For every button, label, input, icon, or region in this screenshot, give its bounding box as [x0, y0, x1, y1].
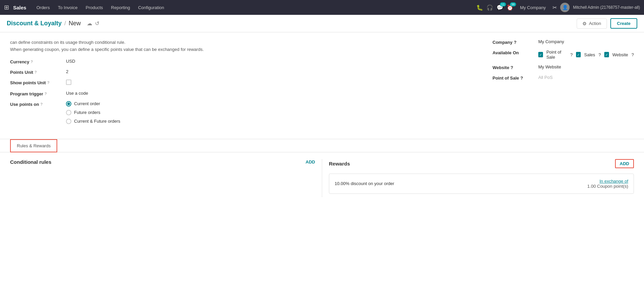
company-name[interactable]: My Company: [520, 5, 546, 10]
tabs-section: Rules & Rewards: [0, 139, 644, 152]
radio-circle-both: [66, 119, 71, 124]
nav-reporting[interactable]: Reporting: [108, 4, 133, 11]
gear-icon: ⚙: [582, 21, 587, 26]
show-points-checkbox-box[interactable]: [66, 80, 71, 85]
reward-card-text: 10.00% discount on your order: [335, 181, 394, 186]
conditional-rules-title: Conditional rules: [10, 159, 52, 165]
nav-to-invoice[interactable]: To Invoice: [55, 4, 81, 11]
bug-icon[interactable]: 🐛: [476, 4, 483, 11]
point-of-sale-help-icon[interactable]: ?: [520, 76, 523, 81]
use-points-label: Use points on ?: [10, 101, 61, 107]
form-right: Company ? My Company Available On ✓ Poin…: [493, 39, 634, 129]
points-unit-value[interactable]: 2: [66, 69, 479, 74]
form-left: can define constraints on its usage thro…: [10, 39, 479, 129]
website-label: Website: [612, 52, 628, 57]
conditional-rules-panel: Conditional rules ADD: [10, 159, 322, 197]
program-trigger-value[interactable]: Use a code: [66, 91, 479, 96]
show-points-field-row: Show points Unit ?: [10, 80, 479, 86]
radio-current-future-orders[interactable]: Current & Future orders: [66, 119, 479, 124]
rewards-header: Rewards ADD: [329, 159, 634, 168]
headset-icon[interactable]: 🎧: [486, 4, 493, 11]
radio-group: Current order Future orders Current & Fu…: [66, 101, 479, 124]
available-on-label: Available On: [493, 50, 533, 55]
clock-icon[interactable]: ⏰ 38: [507, 4, 513, 11]
sales-checkbox[interactable]: ✓: [576, 52, 581, 57]
create-button[interactable]: Create: [610, 18, 637, 29]
breadcrumb: Discount & Loyalty / New: [7, 20, 81, 27]
conditional-rules-add-button[interactable]: ADD: [306, 159, 315, 164]
website-field-label: Website ?: [493, 64, 533, 70]
rewards-panel: Rewards ADD 10.00% discount on your orde…: [322, 159, 634, 197]
reward-exchange-pts: 1.00 Coupon point(s): [587, 184, 628, 189]
currency-field-row: Currency ? USD: [10, 59, 479, 64]
program-trigger-field-row: Program trigger ? Use a code: [10, 91, 479, 96]
conditional-rules-empty: [10, 170, 315, 197]
radio-current-order[interactable]: Current order: [66, 101, 479, 107]
app-name[interactable]: Sales: [13, 5, 26, 10]
breadcrumb-current: New: [69, 20, 81, 27]
sales-label: Sales: [584, 52, 595, 57]
cloud-upload-icon[interactable]: ☁: [87, 20, 92, 27]
show-points-help-icon[interactable]: ?: [47, 81, 49, 85]
use-points-value: Current order Future orders Current & Fu…: [66, 101, 479, 124]
nav-configuration[interactable]: Configuration: [135, 4, 167, 11]
reward-card[interactable]: 10.00% discount on your order In exchang…: [329, 174, 634, 194]
chat-icon[interactable]: 💬 11: [497, 4, 503, 11]
conditional-rules-header: Conditional rules ADD: [10, 159, 315, 165]
reward-exchange-link[interactable]: In exchange of: [587, 179, 628, 184]
company-label: Company ?: [493, 39, 533, 45]
chat-badge: 11: [500, 2, 506, 6]
reward-exchange: In exchange of 1.00 Coupon point(s): [587, 179, 628, 189]
main-content: can define constraints on its usage thro…: [0, 32, 644, 301]
top-navigation: ⊞ Sales Orders To Invoice Products Repor…: [0, 0, 644, 15]
sub-header: Discount & Loyalty / New ☁ ↺ ⚙ Action Cr…: [0, 15, 644, 32]
rewards-title: Rewards: [329, 161, 350, 167]
rewards-add-button[interactable]: ADD: [615, 159, 634, 168]
points-unit-label: Points Unit ?: [10, 69, 61, 75]
apps-grid-icon[interactable]: ⊞: [4, 4, 9, 11]
pos-checkbox[interactable]: ✓: [538, 52, 543, 57]
action-button[interactable]: ⚙ Action: [577, 19, 607, 29]
avatar[interactable]: 👤: [560, 3, 570, 12]
description-text: can define constraints on its usage thro…: [10, 39, 479, 53]
radio-circle-current: [66, 101, 71, 107]
points-unit-help-icon[interactable]: ?: [35, 70, 37, 74]
settings-icon[interactable]: ✂: [552, 4, 557, 11]
radio-circle-future: [66, 110, 71, 115]
show-points-checkbox[interactable]: [66, 80, 479, 86]
tab-rules-rewards[interactable]: Rules & Rewards: [10, 139, 57, 152]
show-points-label: Show points Unit ?: [10, 80, 61, 85]
company-field-row: Company ? My Company: [493, 39, 634, 45]
program-trigger-help-icon[interactable]: ?: [44, 92, 47, 96]
website-value[interactable]: My Website: [538, 64, 634, 69]
point-of-sale-value[interactable]: All PoS: [538, 75, 634, 80]
available-on-field-row: Available On ✓ Point of Sale ? ✓ Sales ?…: [493, 50, 634, 60]
currency-label: Currency ?: [10, 59, 61, 64]
breadcrumb-parent[interactable]: Discount & Loyalty: [7, 20, 62, 27]
program-trigger-label: Program trigger ?: [10, 91, 61, 96]
activity-badge: 38: [510, 2, 516, 6]
company-value[interactable]: My Company: [538, 39, 634, 44]
website-field-row: Website ? My Website: [493, 64, 634, 70]
undo-icon[interactable]: ↺: [95, 20, 99, 27]
radio-future-orders[interactable]: Future orders: [66, 110, 479, 115]
tab-bar: Rules & Rewards: [10, 139, 634, 152]
currency-value[interactable]: USD: [66, 59, 479, 64]
website-field-help-icon[interactable]: ?: [511, 65, 513, 70]
point-of-sale-label: Point of Sale ?: [493, 75, 533, 81]
company-help-icon[interactable]: ?: [514, 40, 516, 45]
website-checkbox[interactable]: ✓: [604, 52, 609, 57]
points-unit-field-row: Points Unit ? 2: [10, 69, 479, 75]
user-name[interactable]: Mitchell Admin (21768757-master-all): [573, 5, 640, 10]
nav-products[interactable]: Products: [82, 4, 106, 11]
use-points-help-icon[interactable]: ?: [40, 102, 43, 106]
panels-row: Conditional rules ADD Rewards ADD 10.00%…: [0, 152, 644, 204]
use-points-field-row: Use points on ? Current order Future ord…: [10, 101, 479, 124]
sales-help-icon[interactable]: ?: [599, 52, 601, 57]
breadcrumb-separator: /: [64, 20, 66, 27]
website-help-icon[interactable]: ?: [632, 52, 634, 57]
available-on-value: ✓ Point of Sale ? ✓ Sales ? ✓ Website ?: [538, 50, 634, 60]
pos-help-icon[interactable]: ?: [570, 52, 573, 57]
currency-help-icon[interactable]: ?: [31, 60, 33, 64]
nav-orders[interactable]: Orders: [33, 4, 53, 11]
